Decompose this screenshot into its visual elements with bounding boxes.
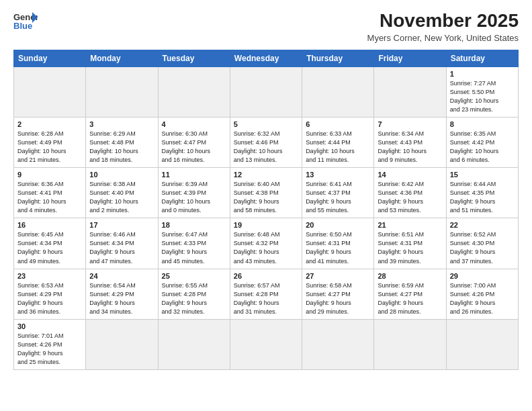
day-number: 25 <box>162 272 226 280</box>
calendar-day-cell: 23Sunrise: 6:53 AM Sunset: 4:29 PM Dayli… <box>14 269 86 319</box>
calendar-day-cell: 21Sunrise: 6:51 AM Sunset: 4:31 PM Dayli… <box>374 218 446 269</box>
calendar-day-cell: 25Sunrise: 6:55 AM Sunset: 4:28 PM Dayli… <box>158 269 230 319</box>
calendar-day-cell: 13Sunrise: 6:41 AM Sunset: 4:37 PM Dayli… <box>302 168 374 218</box>
day-info: Sunrise: 6:34 AM Sunset: 4:43 PM Dayligh… <box>378 130 442 165</box>
day-info: Sunrise: 6:50 AM Sunset: 4:31 PM Dayligh… <box>306 230 370 265</box>
calendar-day-cell <box>374 319 446 369</box>
day-number: 12 <box>234 171 298 179</box>
calendar-day-cell: 29Sunrise: 7:00 AM Sunset: 4:26 PM Dayli… <box>446 269 518 319</box>
calendar-day-cell: 17Sunrise: 6:46 AM Sunset: 4:34 PM Dayli… <box>86 218 158 269</box>
calendar-week-row: 23Sunrise: 6:53 AM Sunset: 4:29 PM Dayli… <box>14 269 519 319</box>
header: General Blue November 2025 Myers Corner,… <box>13 11 519 43</box>
day-info: Sunrise: 6:42 AM Sunset: 4:36 PM Dayligh… <box>378 180 442 215</box>
day-number: 26 <box>234 272 298 280</box>
day-info: Sunrise: 6:39 AM Sunset: 4:39 PM Dayligh… <box>162 180 226 215</box>
calendar-day-cell: 16Sunrise: 6:45 AM Sunset: 4:34 PM Dayli… <box>14 218 86 269</box>
calendar-body: 1Sunrise: 7:27 AM Sunset: 5:50 PM Daylig… <box>14 66 519 369</box>
day-number: 13 <box>306 171 370 179</box>
calendar-day-cell: 12Sunrise: 6:40 AM Sunset: 4:38 PM Dayli… <box>230 168 302 218</box>
calendar-day-cell: 27Sunrise: 6:58 AM Sunset: 4:27 PM Dayli… <box>302 269 374 319</box>
day-number: 19 <box>234 221 298 229</box>
calendar-day-cell: 8Sunrise: 6:35 AM Sunset: 4:42 PM Daylig… <box>446 117 518 167</box>
day-number: 6 <box>306 120 370 128</box>
day-info: Sunrise: 6:40 AM Sunset: 4:38 PM Dayligh… <box>234 180 298 215</box>
calendar-day-cell <box>14 66 86 117</box>
day-info: Sunrise: 7:00 AM Sunset: 4:26 PM Dayligh… <box>450 281 515 316</box>
day-number: 28 <box>378 272 442 280</box>
calendar-day-cell: 22Sunrise: 6:52 AM Sunset: 4:30 PM Dayli… <box>446 218 518 269</box>
weekday-header-cell: Monday <box>86 50 158 66</box>
calendar-week-row: 30Sunrise: 7:01 AM Sunset: 4:26 PM Dayli… <box>14 319 519 369</box>
day-info: Sunrise: 6:54 AM Sunset: 4:29 PM Dayligh… <box>89 281 154 316</box>
calendar-day-cell: 30Sunrise: 7:01 AM Sunset: 4:26 PM Dayli… <box>14 319 86 369</box>
calendar-day-cell: 6Sunrise: 6:33 AM Sunset: 4:44 PM Daylig… <box>302 117 374 167</box>
calendar-day-cell <box>86 319 158 369</box>
calendar-day-cell <box>230 66 302 117</box>
day-number: 14 <box>378 171 442 179</box>
day-number: 1 <box>450 70 515 78</box>
day-info: Sunrise: 6:59 AM Sunset: 4:27 PM Dayligh… <box>378 281 442 316</box>
calendar-day-cell: 20Sunrise: 6:50 AM Sunset: 4:31 PM Dayli… <box>302 218 374 269</box>
calendar-day-cell: 5Sunrise: 6:32 AM Sunset: 4:46 PM Daylig… <box>230 117 302 167</box>
day-number: 15 <box>450 171 515 179</box>
day-number: 4 <box>162 120 226 128</box>
calendar-day-cell <box>230 319 302 369</box>
day-info: Sunrise: 6:32 AM Sunset: 4:46 PM Dayligh… <box>234 130 298 165</box>
calendar-day-cell <box>302 319 374 369</box>
day-number: 22 <box>450 221 515 229</box>
calendar-day-cell: 10Sunrise: 6:38 AM Sunset: 4:40 PM Dayli… <box>86 168 158 218</box>
day-info: Sunrise: 6:29 AM Sunset: 4:48 PM Dayligh… <box>89 130 154 165</box>
calendar-day-cell: 26Sunrise: 6:57 AM Sunset: 4:28 PM Dayli… <box>230 269 302 319</box>
day-number: 17 <box>89 221 154 229</box>
day-info: Sunrise: 6:47 AM Sunset: 4:33 PM Dayligh… <box>162 230 226 265</box>
day-info: Sunrise: 6:55 AM Sunset: 4:28 PM Dayligh… <box>162 281 226 316</box>
weekday-header-cell: Friday <box>374 50 446 66</box>
weekday-header-cell: Wednesday <box>230 50 302 66</box>
month-title: November 2025 <box>367 11 519 32</box>
calendar-day-cell: 7Sunrise: 6:34 AM Sunset: 4:43 PM Daylig… <box>374 117 446 167</box>
calendar-day-cell: 19Sunrise: 6:48 AM Sunset: 4:32 PM Dayli… <box>230 218 302 269</box>
day-info: Sunrise: 6:58 AM Sunset: 4:27 PM Dayligh… <box>306 281 370 316</box>
location: Myers Corner, New York, United States <box>367 33 519 43</box>
svg-text:Blue: Blue <box>13 21 32 31</box>
day-info: Sunrise: 6:38 AM Sunset: 4:40 PM Dayligh… <box>89 180 154 215</box>
day-number: 21 <box>378 221 442 229</box>
day-number: 5 <box>234 120 298 128</box>
day-info: Sunrise: 6:44 AM Sunset: 4:35 PM Dayligh… <box>450 180 515 215</box>
title-block: November 2025 Myers Corner, New York, Un… <box>367 11 519 43</box>
day-info: Sunrise: 6:33 AM Sunset: 4:44 PM Dayligh… <box>306 130 370 165</box>
day-number: 7 <box>378 120 442 128</box>
weekday-header-cell: Tuesday <box>158 50 230 66</box>
day-info: Sunrise: 6:28 AM Sunset: 4:49 PM Dayligh… <box>17 130 82 165</box>
day-number: 16 <box>17 221 82 229</box>
weekday-header-cell: Sunday <box>14 50 86 66</box>
weekday-header-cell: Thursday <box>302 50 374 66</box>
calendar-day-cell: 11Sunrise: 6:39 AM Sunset: 4:39 PM Dayli… <box>158 168 230 218</box>
calendar-day-cell: 1Sunrise: 7:27 AM Sunset: 5:50 PM Daylig… <box>446 66 518 117</box>
day-info: Sunrise: 6:57 AM Sunset: 4:28 PM Dayligh… <box>234 281 298 316</box>
day-number: 30 <box>17 322 82 330</box>
calendar-day-cell: 4Sunrise: 6:30 AM Sunset: 4:47 PM Daylig… <box>158 117 230 167</box>
calendar-day-cell: 15Sunrise: 6:44 AM Sunset: 4:35 PM Dayli… <box>446 168 518 218</box>
calendar-week-row: 16Sunrise: 6:45 AM Sunset: 4:34 PM Dayli… <box>14 218 519 269</box>
weekday-header-cell: Saturday <box>446 50 518 66</box>
day-number: 24 <box>89 272 154 280</box>
calendar-day-cell: 3Sunrise: 6:29 AM Sunset: 4:48 PM Daylig… <box>86 117 158 167</box>
calendar-day-cell: 2Sunrise: 6:28 AM Sunset: 4:49 PM Daylig… <box>14 117 86 167</box>
day-info: Sunrise: 6:53 AM Sunset: 4:29 PM Dayligh… <box>17 281 82 316</box>
day-info: Sunrise: 6:45 AM Sunset: 4:34 PM Dayligh… <box>17 230 82 265</box>
generalblue-logo-icon: General Blue <box>13 11 38 31</box>
calendar-day-cell: 14Sunrise: 6:42 AM Sunset: 4:36 PM Dayli… <box>374 168 446 218</box>
calendar-week-row: 1Sunrise: 7:27 AM Sunset: 5:50 PM Daylig… <box>14 66 519 117</box>
day-info: Sunrise: 6:35 AM Sunset: 4:42 PM Dayligh… <box>450 130 515 165</box>
calendar-day-cell <box>158 319 230 369</box>
calendar-day-cell: 18Sunrise: 6:47 AM Sunset: 4:33 PM Dayli… <box>158 218 230 269</box>
calendar-day-cell <box>302 66 374 117</box>
calendar: SundayMondayTuesdayWednesdayThursdayFrid… <box>13 50 519 370</box>
calendar-day-cell <box>446 319 518 369</box>
day-number: 10 <box>89 171 154 179</box>
day-number: 11 <box>162 171 226 179</box>
calendar-day-cell <box>374 66 446 117</box>
day-info: Sunrise: 6:51 AM Sunset: 4:31 PM Dayligh… <box>378 230 442 265</box>
logo: General Blue <box>13 11 38 31</box>
